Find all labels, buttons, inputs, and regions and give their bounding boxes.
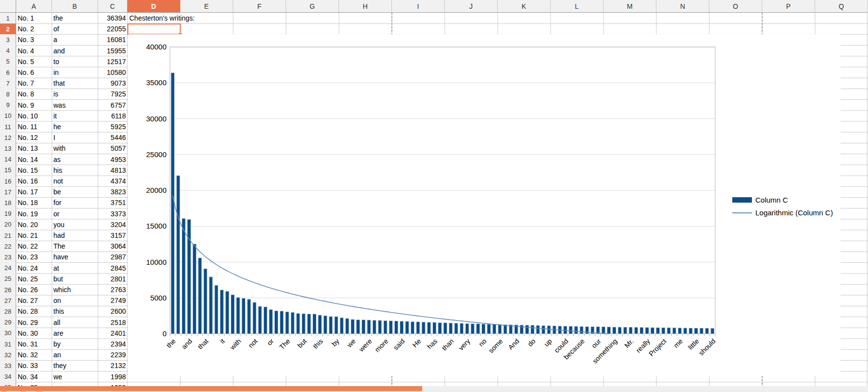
cell-B9[interactable]: was bbox=[52, 100, 98, 111]
cell-C15[interactable]: 4813 bbox=[98, 165, 127, 176]
column-header-B[interactable]: B bbox=[52, 0, 98, 13]
cell-B27[interactable]: on bbox=[52, 295, 98, 306]
cell-C22[interactable]: 3064 bbox=[98, 241, 127, 252]
cell-A2[interactable]: No. 2 bbox=[16, 23, 52, 34]
cell-B17[interactable]: be bbox=[52, 186, 98, 197]
cell-A15[interactable]: No. 15 bbox=[16, 165, 52, 176]
cell-C23[interactable]: 2987 bbox=[98, 252, 127, 262]
cell-C12[interactable]: 5446 bbox=[98, 132, 127, 143]
cell-A26[interactable]: No. 26 bbox=[16, 284, 52, 295]
select-all-corner[interactable] bbox=[0, 0, 16, 13]
column-header-P[interactable]: P bbox=[762, 0, 815, 13]
cell-B29[interactable]: all bbox=[52, 317, 98, 328]
cell-A25[interactable]: No. 25 bbox=[16, 274, 52, 284]
cell-C6[interactable]: 10580 bbox=[98, 67, 127, 78]
cell-A3[interactable]: No. 3 bbox=[16, 34, 52, 45]
cell-A9[interactable]: No. 9 bbox=[16, 100, 52, 111]
cell-C32[interactable]: 2239 bbox=[98, 349, 127, 360]
cell-B32[interactable]: an bbox=[52, 349, 98, 360]
horizontal-scrollbar-track[interactable] bbox=[0, 386, 868, 391]
cell-A5[interactable]: No. 5 bbox=[16, 56, 52, 67]
cell-C5[interactable]: 12517 bbox=[98, 56, 127, 67]
column-header-G[interactable]: G bbox=[286, 0, 339, 13]
cell-A33[interactable]: No. 33 bbox=[16, 360, 52, 371]
cell-C18[interactable]: 3751 bbox=[98, 197, 127, 208]
cell-C21[interactable]: 3157 bbox=[98, 230, 127, 241]
cell-C25[interactable]: 2801 bbox=[98, 274, 127, 284]
cell-A34[interactable]: No. 34 bbox=[16, 371, 52, 382]
cell-C31[interactable]: 2394 bbox=[98, 339, 127, 349]
cell-C7[interactable]: 9073 bbox=[98, 78, 127, 89]
cell-B19[interactable]: or bbox=[52, 208, 98, 219]
cell-C19[interactable]: 3373 bbox=[98, 208, 127, 219]
cell-A11[interactable]: No. 11 bbox=[16, 121, 52, 132]
cell-C3[interactable]: 16081 bbox=[98, 34, 127, 45]
cell-A20[interactable]: No. 20 bbox=[16, 219, 52, 230]
cell-C11[interactable]: 5925 bbox=[98, 121, 127, 132]
horizontal-scrollbar-thumb[interactable] bbox=[0, 386, 422, 391]
cell-A6[interactable]: No. 6 bbox=[16, 67, 52, 78]
column-header-L[interactable]: L bbox=[551, 0, 603, 13]
cell-B3[interactable]: a bbox=[52, 34, 98, 45]
cell-A32[interactable]: No. 32 bbox=[16, 349, 52, 360]
cell-B31[interactable]: by bbox=[52, 339, 98, 349]
cell-A18[interactable]: No. 18 bbox=[16, 197, 52, 208]
cell-B30[interactable]: are bbox=[52, 328, 98, 339]
cell-B21[interactable]: had bbox=[52, 230, 98, 241]
cell-B22[interactable]: The bbox=[52, 241, 98, 252]
cell-A8[interactable]: No. 8 bbox=[16, 89, 52, 99]
cell-C17[interactable]: 3823 bbox=[98, 186, 127, 197]
cell-B6[interactable]: in bbox=[52, 67, 98, 78]
cell-B8[interactable]: is bbox=[52, 89, 98, 99]
cell-B1[interactable]: the bbox=[52, 13, 98, 23]
cell-A16[interactable]: No. 16 bbox=[16, 176, 52, 186]
column-header-I[interactable]: I bbox=[392, 0, 445, 13]
cell-A17[interactable]: No. 17 bbox=[16, 186, 52, 197]
cell-B28[interactable]: this bbox=[52, 306, 98, 317]
selected-cell-D2[interactable] bbox=[127, 23, 181, 35]
column-header-A[interactable]: A bbox=[16, 0, 52, 13]
cell-B34[interactable]: we bbox=[52, 371, 98, 382]
cell-C8[interactable]: 7925 bbox=[98, 89, 127, 99]
cell-A4[interactable]: No. 4 bbox=[16, 46, 52, 56]
cell-C16[interactable]: 4374 bbox=[98, 176, 127, 186]
cell-A14[interactable]: No. 14 bbox=[16, 154, 52, 165]
column-header-M[interactable]: M bbox=[603, 0, 656, 13]
cell-B5[interactable]: to bbox=[52, 56, 98, 67]
cell-A28[interactable]: No. 28 bbox=[16, 306, 52, 317]
cell-C34[interactable]: 1998 bbox=[98, 371, 127, 382]
cell-C14[interactable]: 4953 bbox=[98, 154, 127, 165]
cell-B33[interactable]: they bbox=[52, 360, 98, 371]
cell-C28[interactable]: 2600 bbox=[98, 306, 127, 317]
cell-C1[interactable]: 36394 bbox=[98, 13, 127, 23]
cell-C33[interactable]: 2132 bbox=[98, 360, 127, 371]
cell-A31[interactable]: No. 31 bbox=[16, 339, 52, 349]
column-header-K[interactable]: K bbox=[498, 0, 551, 13]
cell-C10[interactable]: 6118 bbox=[98, 111, 127, 121]
column-header-N[interactable]: N bbox=[656, 0, 709, 13]
cell-C9[interactable]: 6757 bbox=[98, 100, 127, 111]
cell-A22[interactable]: No. 22 bbox=[16, 241, 52, 252]
column-header-C[interactable]: C bbox=[98, 0, 127, 13]
column-header-O[interactable]: O bbox=[709, 0, 762, 13]
cell-C29[interactable]: 2518 bbox=[98, 317, 127, 328]
cell-A12[interactable]: No. 12 bbox=[16, 132, 52, 143]
cell-A30[interactable]: No. 30 bbox=[16, 328, 52, 339]
cell-A10[interactable]: No. 10 bbox=[16, 111, 52, 121]
column-header-Q[interactable]: Q bbox=[815, 0, 868, 13]
cell-A19[interactable]: No. 19 bbox=[16, 208, 52, 219]
cell-B16[interactable]: not bbox=[52, 176, 98, 186]
cell-A24[interactable]: No. 24 bbox=[16, 263, 52, 274]
cell-A23[interactable]: No. 23 bbox=[16, 252, 52, 262]
cell-B13[interactable]: with bbox=[52, 143, 98, 154]
cell-B4[interactable]: and bbox=[52, 46, 98, 56]
cell-B24[interactable]: at bbox=[52, 263, 98, 274]
cell-B23[interactable]: have bbox=[52, 252, 98, 262]
cell-C20[interactable]: 3204 bbox=[98, 219, 127, 230]
cell-C4[interactable]: 15955 bbox=[98, 46, 127, 56]
cell-B20[interactable]: you bbox=[52, 219, 98, 230]
cell-B7[interactable]: that bbox=[52, 78, 98, 89]
column-header-D[interactable]: D bbox=[127, 0, 180, 13]
cell-A29[interactable]: No. 29 bbox=[16, 317, 52, 328]
cell-C27[interactable]: 2749 bbox=[98, 295, 127, 306]
